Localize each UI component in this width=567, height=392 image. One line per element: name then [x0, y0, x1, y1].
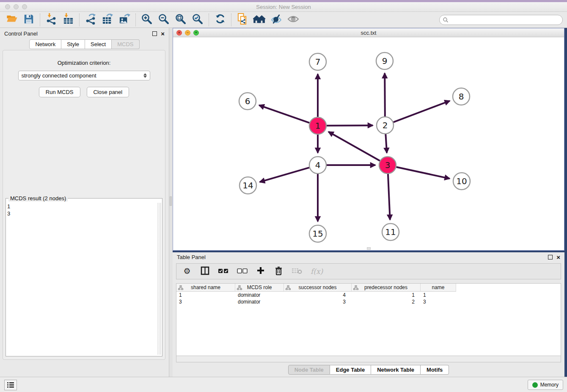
- column-header-predecessor-nodes[interactable]: predecessor nodes: [352, 284, 421, 292]
- network-graph[interactable]: 7968124314101511: [173, 37, 564, 250]
- cell-successor-nodes[interactable]: 3: [284, 299, 352, 305]
- show-visibility-button[interactable]: [285, 13, 302, 27]
- tab-style[interactable]: Style: [61, 39, 85, 49]
- network-canvas[interactable]: 7968124314101511: [173, 37, 564, 250]
- search-box[interactable]: [439, 15, 563, 25]
- memory-status-icon: [532, 382, 538, 388]
- add-row-button[interactable]: [256, 266, 265, 277]
- graph-edge-2-9[interactable]: [385, 73, 385, 116]
- import-table-button[interactable]: [60, 13, 77, 27]
- tab-node-table[interactable]: Node Table: [288, 365, 330, 375]
- cell-shared-name[interactable]: 3: [176, 299, 235, 305]
- float-table-panel-icon[interactable]: [548, 255, 553, 259]
- graph-edge-3-10[interactable]: [396, 167, 450, 178]
- graph-node-3[interactable]: 3: [379, 157, 396, 174]
- graph-edge-2-3[interactable]: [385, 134, 387, 153]
- graph-node-2[interactable]: 2: [377, 117, 394, 134]
- tab-network-table[interactable]: Network Table: [371, 365, 421, 375]
- column-header-MCDS-role[interactable]: MCDS role: [235, 284, 284, 292]
- table-tabs: Node TableEdge TableNetwork TableMotifs: [173, 363, 564, 376]
- zoom-out-button[interactable]: [155, 13, 172, 27]
- home-button[interactable]: [251, 13, 268, 27]
- graph-node-15[interactable]: 15: [309, 225, 326, 242]
- canvas-scroll-grip[interactable]: [367, 247, 371, 250]
- graph-node-10[interactable]: 10: [453, 173, 470, 190]
- mcds-result-text[interactable]: 1 3: [7, 203, 157, 355]
- cell-MCDS-role[interactable]: dominator: [235, 299, 284, 305]
- memory-button[interactable]: Memory: [528, 380, 563, 390]
- import-network-button[interactable]: [43, 13, 60, 27]
- svg-text:8: 8: [459, 91, 464, 102]
- add-row-icon: [256, 266, 265, 276]
- settings-button[interactable]: ⚙: [182, 266, 192, 277]
- close-table-panel-icon[interactable]: ×: [556, 255, 560, 259]
- zoom-in-button[interactable]: [138, 13, 155, 27]
- zoom-fit-button[interactable]: [172, 13, 189, 27]
- tab-select[interactable]: Select: [85, 39, 112, 49]
- export-image-button[interactable]: [116, 13, 133, 27]
- graph-edge-3-11[interactable]: [388, 174, 390, 220]
- run-mcds-button[interactable]: Run MCDS: [39, 87, 80, 97]
- refresh-button[interactable]: [212, 13, 228, 27]
- column-header-name[interactable]: name: [421, 284, 456, 292]
- graph-node-7[interactable]: 7: [309, 53, 326, 70]
- columns-button[interactable]: [200, 266, 209, 277]
- cell-MCDS-role[interactable]: dominator: [235, 292, 284, 298]
- result-scrollbar[interactable]: [157, 203, 161, 355]
- graph-node-6[interactable]: 6: [239, 93, 256, 110]
- save-session-button[interactable]: [20, 13, 37, 27]
- cell-name[interactable]: 1: [421, 292, 456, 298]
- delete-row-button[interactable]: [274, 266, 283, 277]
- column-header-shared-name[interactable]: shared name: [176, 284, 235, 292]
- tab-network[interactable]: Network: [29, 39, 61, 49]
- graph-node-9[interactable]: 9: [376, 52, 393, 69]
- cell-successor-nodes[interactable]: 4: [284, 292, 352, 298]
- graph-node-11[interactable]: 11: [382, 224, 399, 240]
- svg-text:1: 1: [315, 121, 321, 131]
- network-window-titlebar[interactable]: × − + scc.txt: [173, 28, 564, 37]
- close-panel-icon[interactable]: ×: [161, 31, 165, 36]
- graph-edge-1-6[interactable]: [259, 105, 309, 123]
- table-body: 1dominator4113dominator323: [176, 292, 561, 305]
- main-titlebar: Session: New Session: [0, 2, 567, 12]
- table-panel-title: Table Panel: [177, 254, 548, 260]
- table-hscrollbar[interactable]: [176, 356, 561, 362]
- deselect-all-button[interactable]: [237, 266, 248, 277]
- graph-node-14[interactable]: 14: [239, 177, 256, 194]
- duplicate-network-icon: [237, 13, 248, 26]
- cell-shared-name[interactable]: 1: [176, 292, 235, 298]
- cell-predecessor-nodes[interactable]: 2: [352, 299, 421, 305]
- export-table-button[interactable]: [99, 13, 116, 27]
- panel-splitter[interactable]: [169, 28, 173, 377]
- graph-node-4[interactable]: 4: [309, 157, 326, 174]
- open-session-button[interactable]: [3, 13, 20, 27]
- task-history-button[interactable]: [4, 380, 17, 390]
- open-session-icon: [6, 14, 18, 26]
- status-bar: Memory: [0, 377, 567, 392]
- deselect-all-icon: [237, 268, 248, 275]
- optimization-select[interactable]: strongly connected component: [18, 71, 150, 80]
- graph-edge-1-2[interactable]: [327, 125, 373, 126]
- export-network-button[interactable]: [82, 13, 99, 27]
- close-panel-button[interactable]: Close panel: [87, 87, 129, 97]
- splitter-grip[interactable]: [170, 196, 172, 206]
- hide-visibility-button[interactable]: [268, 13, 285, 27]
- float-panel-icon[interactable]: [152, 31, 157, 36]
- graph-edge-4-14[interactable]: [260, 168, 309, 182]
- cell-name[interactable]: 3: [421, 299, 456, 305]
- graph-edge-3-1[interactable]: [328, 132, 380, 160]
- tab-edge-table[interactable]: Edge Table: [330, 365, 371, 375]
- tab-motifs[interactable]: Motifs: [421, 365, 449, 375]
- select-all-button[interactable]: [218, 266, 228, 277]
- table-row[interactable]: 3dominator323: [176, 298, 561, 305]
- search-input[interactable]: [449, 16, 554, 24]
- duplicate-network-button[interactable]: [234, 13, 251, 27]
- graph-edge-2-8[interactable]: [394, 101, 450, 122]
- cell-predecessor-nodes[interactable]: 1: [352, 292, 421, 298]
- graph-node-8[interactable]: 8: [453, 88, 470, 105]
- tab-mcds[interactable]: MCDS: [112, 39, 139, 49]
- table-row[interactable]: 1dominator411: [176, 292, 561, 298]
- zoom-selected-button[interactable]: [189, 13, 206, 27]
- column-header-successor-nodes[interactable]: successor nodes: [284, 284, 352, 292]
- graph-node-1[interactable]: 1: [309, 117, 326, 134]
